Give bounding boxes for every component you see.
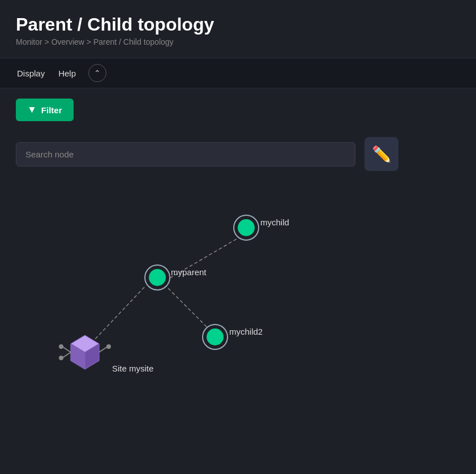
display-menu[interactable]: Display — [16, 66, 46, 80]
svg-point-8 — [59, 356, 63, 360]
pencil-icon: ✏️ — [372, 145, 392, 164]
toolbar: Display Help ⌃ — [0, 58, 476, 88]
svg-line-6 — [99, 347, 108, 352]
edit-button[interactable]: ✏️ — [364, 137, 398, 171]
node-label-myparent: myparent — [171, 267, 207, 277]
filter-icon: ▼ — [27, 104, 37, 116]
svg-line-4 — [62, 347, 71, 352]
site-icon-group[interactable] — [59, 335, 111, 369]
node-dot-mychild[interactable] — [238, 219, 255, 236]
node-label-mychild2: mychild2 — [229, 327, 263, 336]
topology-svg — [0, 188, 476, 415]
svg-point-9 — [106, 344, 111, 349]
svg-point-7 — [59, 344, 63, 349]
edge-myparent-site — [93, 287, 144, 341]
filter-label: Filter — [41, 105, 62, 115]
topology-canvas: mychild myparent mychild2 Site mysite — [0, 188, 476, 415]
site-label: Site mysite — [112, 364, 153, 373]
breadcrumb: Monitor > Overview > Parent / Child topo… — [16, 37, 460, 46]
filter-section: ▼ Filter — [0, 88, 476, 131]
chevron-up-icon: ⌃ — [94, 69, 101, 78]
header: Parent / Child topology Monitor > Overvi… — [0, 0, 476, 52]
search-section: ✏️ — [0, 131, 476, 182]
page-title: Parent / Child topology — [16, 14, 460, 35]
filter-button[interactable]: ▼ Filter — [16, 99, 74, 121]
node-dot-myparent[interactable] — [149, 269, 166, 286]
node-label-mychild: mychild — [260, 217, 289, 227]
edge-myparent-mychild2 — [164, 284, 212, 332]
collapse-button[interactable]: ⌃ — [88, 64, 106, 82]
svg-line-5 — [62, 352, 71, 358]
node-dot-mychild2[interactable] — [207, 328, 224, 345]
search-input[interactable] — [16, 142, 355, 166]
help-menu[interactable]: Help — [57, 66, 77, 80]
